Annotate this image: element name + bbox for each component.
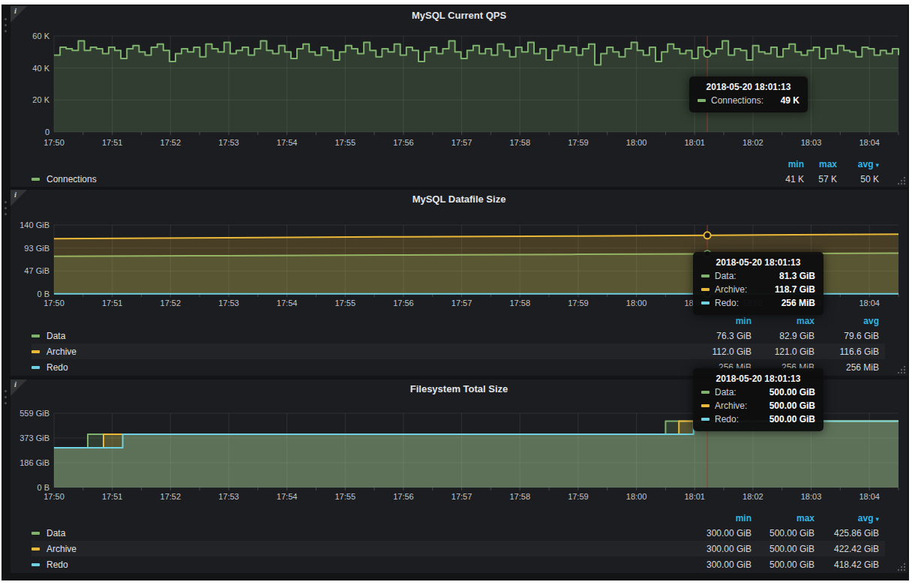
- legend-header-row: minmaxavg: [32, 314, 885, 328]
- legend-series-name: Redo: [46, 362, 68, 373]
- x-tick-label: 17:59: [568, 138, 589, 147]
- x-tick-label: 17:51: [102, 298, 123, 308]
- legend: minmaxavg▾Connections41 K57 K50 K: [32, 158, 885, 187]
- panel-title[interactable]: MySQL Current QPS: [10, 10, 908, 21]
- legend: minmaxavg▾Data300.00 GiB500.00 GiB425.86…: [32, 512, 885, 572]
- legend-header-avg[interactable]: avg▾: [843, 159, 885, 170]
- tooltip-series-row: Archive:118.7 GiB: [701, 284, 815, 295]
- y-tick-label: 60 K: [32, 32, 50, 40]
- x-tick-label: 17:56: [393, 138, 414, 147]
- legend-series-toggle[interactable]: Data: [32, 331, 692, 341]
- legend-series-toggle[interactable]: Redo: [32, 362, 692, 373]
- legend-header-max[interactable]: max: [810, 159, 843, 170]
- legend-stat-avg: 116.6 GiB: [820, 346, 885, 357]
- x-tick-label: 18:04: [859, 492, 880, 501]
- tooltip-series-row: Archive:500.00 GiB: [701, 400, 815, 411]
- sort-caret-icon: ▾: [875, 161, 879, 169]
- hover-point-marker: [704, 50, 711, 57]
- legend-row-Connections: Connections41 K57 K50 K: [32, 171, 885, 187]
- legend-series-name: Redo: [46, 560, 68, 570]
- legend-header-min[interactable]: min: [692, 513, 758, 524]
- x-tick-label: 17:59: [568, 492, 589, 501]
- x-tick-label: 18:03: [801, 138, 822, 147]
- panel-drag-handle[interactable]: [4, 18, 9, 32]
- legend-stat-min: 112.0 GiB: [692, 346, 758, 357]
- panel-drag-handle[interactable]: [4, 390, 9, 404]
- series-color-dash-icon: [32, 366, 40, 369]
- legend-stat-max: 500.00 GiB: [758, 544, 820, 554]
- tooltip-series-row: Data:81.3 GiB: [701, 271, 815, 281]
- legend-row-Redo: Redo300.00 GiB500.00 GiB418.42 GiB: [32, 556, 885, 572]
- x-axis: 17:5017:5117:5217:5317:5417:5517:5617:57…: [54, 138, 898, 148]
- legend-header-avg[interactable]: avg▾: [820, 513, 885, 524]
- tooltip-series-row: Data:500.00 GiB: [701, 387, 815, 398]
- legend-stat-min: 76.3 GiB: [692, 331, 758, 341]
- x-tick-label: 17:57: [452, 298, 472, 308]
- series-color-dash-icon: [32, 334, 40, 338]
- legend-row-Data: Data76.3 GiB82.9 GiB79.6 GiB: [32, 328, 885, 344]
- resize-grip[interactable]: [896, 176, 907, 186]
- tooltip-timestamp: 2018-05-20 18:01:13: [701, 374, 815, 384]
- x-tick-label: 17:59: [568, 298, 589, 308]
- legend-series-toggle[interactable]: Archive: [32, 544, 692, 554]
- resize-grip-dots-icon: [896, 176, 907, 186]
- x-axis: 17:5017:5117:5217:5317:5417:5517:5617:57…: [54, 492, 898, 502]
- tooltip-timestamp: 2018-05-20 18:01:13: [698, 82, 800, 92]
- y-tick-label: 0 B: [37, 483, 50, 492]
- series-color-dash-icon: [701, 418, 710, 421]
- legend-header-min[interactable]: min: [692, 316, 758, 326]
- x-tick-label: 17:52: [160, 492, 182, 501]
- legend-series-toggle[interactable]: Archive: [32, 346, 692, 357]
- x-tick-label: 17:56: [393, 298, 414, 308]
- resize-grip[interactable]: [896, 562, 907, 572]
- legend-row-Archive: Archive112.0 GiB121.0 GiB116.6 GiB: [32, 344, 885, 359]
- legend-series-name: Archive: [46, 346, 76, 357]
- legend-stat-min: 300.00 GiB: [692, 544, 758, 554]
- legend-series-toggle[interactable]: Connections: [32, 174, 765, 184]
- graph-tooltip: 2018-05-20 18:01:13Data:500.00 GiBArchiv…: [693, 368, 824, 431]
- x-tick-label: 18:04: [859, 138, 880, 147]
- x-tick-label: 17:51: [102, 138, 123, 147]
- series-color-dash-icon: [32, 563, 40, 566]
- tooltip-series-row: Redo:256 MiB: [701, 298, 815, 308]
- tooltip-timestamp: 2018-05-20 18:01:13: [701, 257, 815, 268]
- legend-stat-min: 300.00 GiB: [692, 528, 758, 538]
- series-color-dash-icon: [701, 404, 710, 407]
- tooltip-series-value: 500.00 GiB: [758, 414, 815, 424]
- x-tick-label: 18:00: [626, 138, 647, 147]
- x-tick-label: 17:55: [335, 138, 356, 147]
- panel-drag-handle[interactable]: [4, 201, 9, 215]
- legend-series-name: Archive: [46, 544, 76, 554]
- legend-series-toggle[interactable]: Redo: [32, 560, 692, 570]
- x-tick-label: 18:01: [684, 492, 705, 501]
- x-tick-label: 17:53: [218, 492, 239, 501]
- x-tick-label: 17:57: [452, 138, 472, 147]
- tooltip-series-value: 500.00 GiB: [758, 387, 815, 398]
- x-tick-label: 18:02: [742, 138, 764, 147]
- x-tick-label: 18:04: [859, 298, 880, 308]
- tooltip-series-label: Data:: [715, 387, 736, 398]
- hover-point-marker: [704, 232, 711, 238]
- legend-header-max[interactable]: max: [758, 513, 820, 524]
- legend-stat-min: 41 K: [765, 174, 810, 184]
- legend-series-toggle[interactable]: Data: [32, 528, 692, 538]
- legend-stat-avg: 79.6 GiB: [820, 331, 885, 341]
- legend-series-name: Connections: [46, 174, 97, 184]
- tooltip-series-label: Redo:: [715, 414, 739, 424]
- legend-header-avg[interactable]: avg: [820, 316, 885, 326]
- x-tick-label: 17:50: [44, 138, 64, 147]
- legend-stat-min: 300.00 GiB: [692, 560, 758, 570]
- panel-title[interactable]: MySQL Datafile Size: [10, 194, 908, 205]
- tooltip-series-label: Redo:: [715, 298, 739, 308]
- y-tick-label: 93 GiB: [24, 244, 50, 253]
- tooltip-series-label: Data:: [715, 271, 736, 281]
- x-tick-label: 18:00: [626, 298, 647, 308]
- x-tick-label: 17:52: [160, 138, 182, 147]
- tooltip-series-value: 256 MiB: [770, 298, 815, 308]
- resize-grip[interactable]: [896, 364, 907, 375]
- sort-caret-icon: ▾: [875, 515, 879, 523]
- y-tick-label: 47 GiB: [24, 266, 50, 275]
- legend-header-max[interactable]: max: [758, 316, 820, 326]
- x-tick-label: 17:51: [102, 492, 123, 501]
- legend-header-min[interactable]: min: [765, 159, 810, 170]
